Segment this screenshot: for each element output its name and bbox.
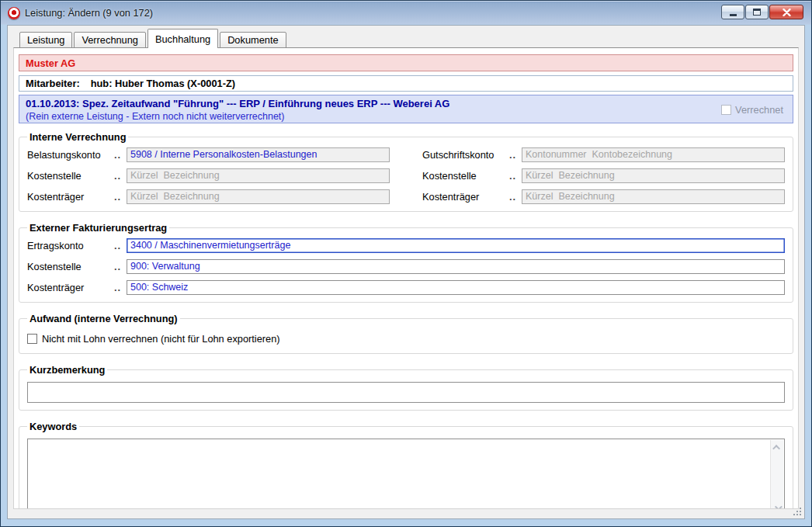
group-title: Keywords	[27, 421, 79, 432]
field-label: Kostenstelle	[422, 170, 509, 182]
kostenstelle-links-input[interactable]	[127, 168, 390, 183]
field-label: Kostenträger	[27, 282, 114, 293]
record-info-title: 01.10.2013: Spez. Zeitaufwand "Führung" …	[26, 97, 786, 110]
tab-bar: Leistung Verrechnung Buchhaltung Dokumen…	[13, 29, 799, 48]
lookup-dots-button[interactable]: ..	[114, 282, 127, 293]
keywords-text	[29, 440, 769, 509]
company-banner: Muster AG	[19, 54, 793, 71]
group-title: Kurzbemerkung	[27, 364, 107, 376]
client-area: Leistung Verrechnung Buchhaltung Dokumen…	[7, 25, 805, 519]
close-icon	[783, 9, 791, 16]
group-title: Externer Fakturierungsertrag	[27, 222, 169, 234]
group-aufwand: Aufwand (interne Verrechnung) Nicht mit …	[19, 313, 793, 354]
belastungskonto-input[interactable]	[127, 147, 390, 162]
tab-leistung[interactable]: Leistung	[19, 32, 72, 48]
field-row-kostenstelle-links: Kostenstelle ..	[27, 168, 390, 183]
lookup-dots-button[interactable]: ..	[114, 191, 127, 203]
lohn-checkbox-label: Nicht mit Lohn verrechnen (nicht für Loh…	[42, 333, 280, 345]
field-label: Gutschriftskonto	[422, 149, 509, 161]
lookup-dots-button[interactable]: ..	[114, 261, 127, 272]
kostentraeger-extern-input[interactable]	[127, 280, 785, 295]
field-row-kostentraeger-extern: Kostenträger ..	[27, 279, 785, 295]
lohn-checkbox[interactable]	[27, 334, 37, 344]
lookup-dots-button[interactable]: ..	[509, 170, 522, 182]
field-row-belastungskonto: Belastungskonto ..	[27, 147, 390, 162]
tab-dokumente[interactable]: Dokumente	[220, 32, 286, 48]
tab-label: Leistung	[27, 34, 64, 46]
field-label: Belastungskonto	[27, 149, 114, 161]
field-row-kostentraeger-rechts: Kostenträger ..	[422, 189, 785, 204]
minimize-button[interactable]	[721, 5, 744, 19]
tab-label: Dokumente	[227, 34, 278, 46]
group-kurzbemerkung: Kurzbemerkung	[19, 364, 793, 411]
kostenstelle-extern-input[interactable]	[127, 259, 785, 274]
window-title: Leistung: Ändern (9 von 172)	[25, 7, 153, 19]
field-row-kostenstelle-rechts: Kostenstelle ..	[422, 168, 785, 183]
tab-page-buchhaltung: Muster AG Mitarbeiter: hub: Huber Thomas…	[13, 47, 799, 509]
kostentraeger-links-input[interactable]	[127, 189, 390, 204]
kurzbemerkung-input[interactable]	[27, 382, 785, 403]
caption-buttons	[721, 5, 803, 19]
verrechnet-label: Verrechnet	[735, 104, 783, 116]
minimize-icon	[730, 14, 737, 16]
lookup-dots-button[interactable]: ..	[114, 240, 127, 251]
company-name: Muster AG	[26, 57, 75, 69]
employee-value: hub: Huber Thomas (X-0001-Z)	[91, 78, 235, 89]
lookup-dots-button[interactable]: ..	[509, 191, 522, 203]
kostentraeger-rechts-input[interactable]	[522, 189, 785, 204]
keywords-scrollbar[interactable]	[770, 440, 783, 509]
lookup-dots-button[interactable]: ..	[114, 149, 127, 161]
tab-label: Verrechnung	[82, 34, 138, 46]
field-label: Kostenstelle	[27, 170, 114, 182]
maximize-icon	[753, 9, 761, 16]
tab-label: Buchhaltung	[155, 33, 210, 45]
group-interne-verrechnung: Interne Verrechnung Belastungskonto .. G…	[19, 131, 793, 212]
scroll-up-icon[interactable]	[772, 445, 780, 452]
tab-verrechnung[interactable]: Verrechnung	[74, 32, 146, 48]
lookup-dots-button[interactable]: ..	[114, 170, 127, 182]
application-window: Leistung: Ändern (9 von 172) Leistung Ve…	[0, 0, 812, 527]
lohn-checkbox-row: Nicht mit Lohn verrechnen (nicht für Loh…	[27, 331, 785, 346]
field-row-ertragskonto: Ertragskonto ..	[27, 237, 785, 253]
keywords-textarea[interactable]	[27, 439, 785, 509]
interne-grid: Belastungskonto .. Gutschriftskonto .. K…	[27, 147, 785, 204]
maximize-button[interactable]	[745, 5, 769, 19]
titlebar[interactable]: Leistung: Ändern (9 von 172)	[1, 1, 811, 25]
group-externer-fakturierungsertrag: Externer Fakturierungsertrag Ertragskont…	[19, 222, 793, 303]
verrechnet-checkbox[interactable]	[721, 105, 731, 115]
employee-row: Mitarbeiter: hub: Huber Thomas (X-0001-Z…	[19, 75, 793, 92]
tab-buchhaltung[interactable]: Buchhaltung	[147, 29, 218, 48]
ertragskonto-input[interactable]	[127, 238, 785, 253]
resize-grip[interactable]	[800, 514, 801, 515]
field-label: Ertragskonto	[27, 240, 114, 251]
field-row-gutschriftskonto: Gutschriftskonto ..	[422, 147, 785, 162]
group-keywords: Keywords	[19, 421, 793, 509]
record-info-box: 01.10.2013: Spez. Zeitaufwand "Führung" …	[19, 95, 793, 123]
close-button[interactable]	[769, 5, 803, 19]
group-title: Interne Verrechnung	[27, 131, 128, 143]
kostenstelle-rechts-input[interactable]	[522, 168, 785, 183]
record-info-subtitle: (Rein externe Leistung - Extern noch nic…	[26, 110, 786, 123]
field-label: Kostenträger	[27, 191, 114, 203]
scroll-down-icon[interactable]	[774, 503, 782, 509]
lookup-dots-button[interactable]: ..	[509, 149, 522, 161]
field-label: Kostenstelle	[27, 261, 114, 272]
app-icon	[8, 7, 20, 19]
verrechnet-checkbox-group: Verrechnet	[721, 104, 783, 116]
field-row-kostentraeger-links: Kostenträger ..	[27, 189, 390, 204]
field-row-kostenstelle-extern: Kostenstelle ..	[27, 258, 785, 274]
employee-label: Mitarbeiter:	[26, 78, 80, 89]
group-title: Aufwand (interne Verrechnung)	[27, 313, 180, 324]
gutschriftskonto-input[interactable]	[522, 147, 785, 162]
field-label: Kostenträger	[422, 191, 509, 203]
